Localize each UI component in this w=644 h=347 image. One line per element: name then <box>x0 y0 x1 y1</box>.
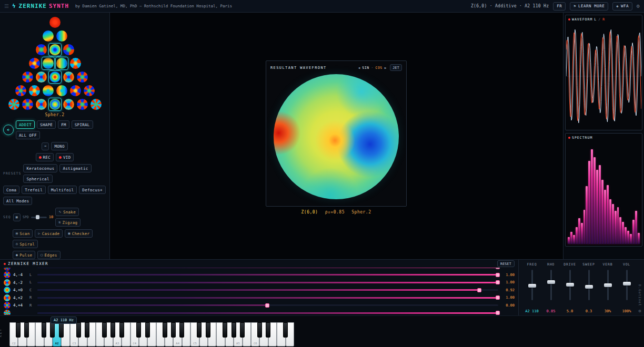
mode-z-5-3[interactable] <box>28 84 41 97</box>
spectrum-bars[interactable] <box>568 144 640 244</box>
pulse-button[interactable]: ●Pulse <box>13 251 35 259</box>
mixer-slider-handle[interactable] <box>265 303 269 308</box>
settings-gear-icon[interactable]: ⚙ <box>637 3 640 9</box>
scan-button[interactable]: ▤Scan <box>13 229 33 238</box>
edges-button[interactable]: ▢Edges <box>37 251 60 259</box>
piano-key-black[interactable] <box>59 322 64 338</box>
piano-key-black[interactable] <box>197 322 202 338</box>
piano-key-black[interactable] <box>145 322 150 338</box>
spherical-button[interactable]: Spherical <box>23 175 52 183</box>
spiral-button[interactable]: ◎Spiral <box>13 240 38 248</box>
coma-button[interactable]: Coma <box>3 186 19 194</box>
piano-key-black[interactable] <box>206 322 210 338</box>
menu-icon[interactable]: ☰ <box>4 3 9 9</box>
mode-z-5-3[interactable] <box>69 84 82 97</box>
zigzag-button[interactable]: ≋Zigzag <box>55 218 80 227</box>
mode-z-6-6[interactable] <box>7 98 21 111</box>
speed-slider-handle[interactable] <box>36 215 39 219</box>
mixer-slider-handle[interactable] <box>496 295 500 300</box>
mono-button[interactable]: MONO <box>51 142 67 150</box>
mode-z-6-4[interactable] <box>76 98 89 111</box>
mode-z-6-2[interactable] <box>35 98 48 111</box>
piano-key-black[interactable] <box>136 322 141 338</box>
mixer-slider[interactable] <box>37 289 498 291</box>
prev-arrow-icon[interactable]: ◀ <box>358 66 360 69</box>
mode-z-3-1[interactable] <box>42 57 55 70</box>
mode-z-4-0[interactable] <box>48 70 62 84</box>
piano-key-black[interactable] <box>232 322 236 338</box>
piano-key-black[interactable] <box>163 322 167 338</box>
mode-z-2-0[interactable] <box>48 43 62 56</box>
piano-key-black[interactable] <box>85 322 89 338</box>
language-button[interactable]: FR <box>553 2 566 11</box>
mode-z-1-1[interactable] <box>55 29 68 43</box>
mixer-slider[interactable] <box>37 312 498 314</box>
mixer-slider[interactable] <box>37 268 498 268</box>
speed-slider[interactable] <box>31 217 47 218</box>
mixer-slider[interactable] <box>37 297 498 299</box>
piano-key-black[interactable] <box>102 322 107 338</box>
defocus-button[interactable]: Defocus+ <box>79 186 106 194</box>
mode-z-4-2[interactable] <box>35 70 48 84</box>
mode-z-5-5[interactable] <box>83 84 96 97</box>
piano-key-black[interactable] <box>240 322 245 338</box>
mode-z-4-4[interactable] <box>21 70 34 84</box>
mode-z-6-4[interactable] <box>21 98 34 111</box>
mixer-slider[interactable] <box>37 274 498 275</box>
fader-handle[interactable] <box>547 280 555 284</box>
mixer-slider[interactable] <box>37 282 498 283</box>
mode-z-3-1[interactable] <box>55 57 68 70</box>
piano-key-black[interactable] <box>266 322 270 338</box>
piano-key-black[interactable] <box>119 322 124 338</box>
piano-key-black[interactable] <box>110 322 115 338</box>
shape-button[interactable]: SHAPE <box>37 120 56 129</box>
piano-key-black[interactable] <box>223 322 227 338</box>
sin-mode-toggle[interactable]: SIN <box>362 66 369 70</box>
mode-z-6-2[interactable] <box>62 98 75 111</box>
mode-z-5-1[interactable] <box>55 84 68 97</box>
mode-z-0-0[interactable] <box>48 16 62 29</box>
piano-key-black[interactable] <box>257 322 262 338</box>
piano-key-black[interactable] <box>50 322 55 338</box>
mode-z-3-3[interactable] <box>28 57 41 70</box>
mode-z-2-2[interactable] <box>35 43 48 56</box>
learn-more-button[interactable]: ⚑ LEARN MORE <box>570 2 608 11</box>
piano-key-black[interactable] <box>42 322 46 338</box>
piano-keyboard[interactable]: C2A2C3A3C4A4C5A5C6 <box>9 322 294 346</box>
fm-button[interactable]: FM <box>58 120 69 129</box>
fader-drive-slider[interactable] <box>569 270 571 300</box>
mixer-slider-handle[interactable] <box>496 273 500 277</box>
astigmatic-button[interactable]: Astigmatic <box>59 164 91 172</box>
fader-sweep-slider[interactable] <box>588 270 590 300</box>
cascade-button[interactable]: ▷Cascade <box>35 229 63 238</box>
mode-z-6-6[interactable] <box>89 98 103 111</box>
mode-z-3-3[interactable] <box>69 57 82 70</box>
fader-handle[interactable] <box>528 284 536 288</box>
keratoconus-button[interactable]: Keratoconus <box>23 164 57 172</box>
multifoil-button[interactable]: Multifoil <box>48 186 77 194</box>
mode-z-4-4[interactable] <box>76 70 89 84</box>
fader-rho-slider[interactable] <box>550 270 552 300</box>
mode-z-1-1[interactable] <box>42 29 55 43</box>
piano-key-black[interactable] <box>16 322 21 338</box>
all-modes-button[interactable]: All Modes <box>3 197 32 205</box>
piano-key-black[interactable] <box>171 322 176 338</box>
mixer-slider-handle[interactable] <box>496 280 500 284</box>
jet-colormap-button[interactable]: JET <box>390 64 402 71</box>
cos-mode-toggle[interactable]: COS <box>375 66 382 70</box>
fader-freq-slider[interactable] <box>531 270 533 300</box>
mode-z-5-5[interactable] <box>14 84 27 97</box>
wavefront-map[interactable] <box>274 74 399 199</box>
oscilloscope[interactable] <box>566 23 642 130</box>
fader-vol-slider[interactable] <box>626 270 628 300</box>
piano-key-black[interactable] <box>76 322 81 338</box>
reset-button[interactable]: RESET <box>497 260 515 267</box>
fader-verb-slider[interactable] <box>607 270 609 300</box>
next-arrow-icon[interactable]: ▶ <box>385 66 387 69</box>
snake-button[interactable]: ∿Snake <box>55 208 79 216</box>
fader-handle[interactable] <box>604 283 612 287</box>
mode-z-5-1[interactable] <box>42 84 55 97</box>
mixer-slider-handle[interactable] <box>477 288 481 292</box>
fader-gear-icon[interactable]: ⚙ <box>639 309 641 313</box>
record-button[interactable]: REC <box>36 153 54 161</box>
